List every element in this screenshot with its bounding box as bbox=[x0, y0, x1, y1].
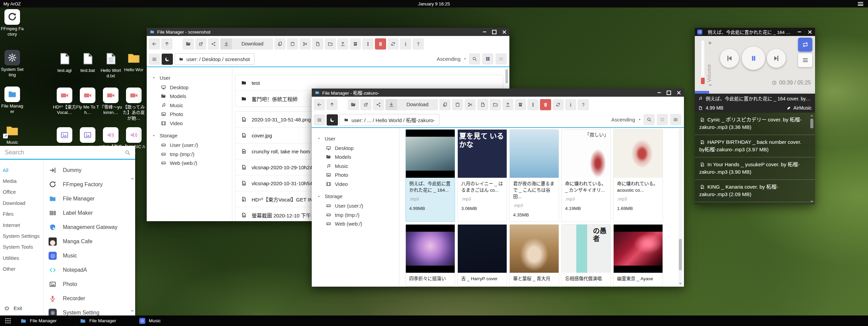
app-item-dummy[interactable]: Dummy bbox=[44, 163, 135, 177]
app-item-manga-cafe[interactable]: Manga Cafe bbox=[44, 234, 135, 249]
rename-button[interactable] bbox=[362, 38, 374, 50]
minimize-button[interactable] bbox=[483, 32, 486, 32]
sidebar-item-music[interactable]: Music bbox=[317, 161, 399, 171]
app-item-notepada[interactable]: NotepadA bbox=[44, 263, 135, 277]
list-view-button[interactable] bbox=[670, 114, 681, 125]
search-button[interactable] bbox=[469, 53, 480, 64]
new-folder-button[interactable] bbox=[490, 99, 501, 110]
category-other[interactable]: Other bbox=[0, 264, 43, 274]
scrollbar-thumb[interactable] bbox=[505, 69, 508, 83]
minimize-button[interactable] bbox=[798, 32, 801, 32]
window-title-bar[interactable]: File Manager - screenshot bbox=[147, 28, 509, 36]
desktop-icon-file-manager[interactable]: File Manager bbox=[0, 87, 24, 115]
desktop-icon-music[interactable]: ↗ Music bbox=[0, 123, 24, 145]
new-file-button[interactable] bbox=[312, 38, 323, 50]
scroll-down-icon[interactable] bbox=[130, 309, 134, 313]
app-item-file-manager[interactable]: File Manager bbox=[44, 192, 135, 206]
app-item-photo[interactable]: Photo bbox=[44, 277, 135, 291]
category-office[interactable]: Office bbox=[0, 187, 43, 197]
desktop-folder-hello-wor[interactable]: Hello Wor bbox=[122, 51, 146, 73]
category-internet[interactable]: Internet bbox=[0, 219, 43, 230]
app-item-label-maker[interactable]: Label Maker bbox=[44, 206, 135, 220]
volume-slider[interactable] bbox=[701, 40, 705, 85]
taskbar-item-file-manager-1[interactable]: File Manager bbox=[20, 318, 57, 324]
repeat-button[interactable] bbox=[798, 38, 812, 52]
copy-button[interactable] bbox=[439, 99, 451, 110]
close-button[interactable] bbox=[502, 30, 506, 34]
sidebar-item-tmp-drive[interactable]: tmp (tmp:/) bbox=[317, 210, 399, 219]
grid-tile-selected[interactable]: 例えば、今此処に置かれた花に _ 164... .mp3 4.99MB bbox=[405, 129, 455, 222]
open-external-button[interactable] bbox=[360, 99, 372, 110]
properties-button[interactable] bbox=[400, 38, 411, 50]
app-launcher-button[interactable] bbox=[4, 317, 12, 324]
grid-tile[interactable]: 華と葉桜 _ 青大月 bbox=[509, 224, 559, 287]
app-item-ffmpeg-factory[interactable]: FFmpeg Factory bbox=[44, 177, 135, 192]
delete-button[interactable] bbox=[540, 99, 551, 110]
delete-button[interactable] bbox=[375, 38, 386, 50]
scroll-up-icon[interactable] bbox=[130, 177, 134, 181]
new-folder-button[interactable] bbox=[325, 38, 336, 50]
desktop-file-hello-world-txt[interactable]: Hello World.txt bbox=[99, 51, 123, 79]
playlist-item[interactable]: HAPPY BIRTHDAY _ back number cover. by柘榴… bbox=[695, 135, 815, 157]
close-button[interactable] bbox=[808, 30, 812, 34]
desktop-icon-ffmpeg-factory[interactable]: FFmpeg Factory bbox=[0, 9, 24, 37]
maximize-button[interactable] bbox=[667, 91, 671, 95]
sidebar-item-desktop[interactable]: Desktop bbox=[152, 83, 232, 92]
sidebar-item-user-drive[interactable]: User (user:/) bbox=[152, 141, 232, 150]
scroll-up-icon[interactable] bbox=[810, 114, 814, 118]
refresh-button[interactable] bbox=[387, 38, 399, 50]
playlist-item[interactable]: KING _ Kanaria cover. by 柘榴-zakuro-.mp3 … bbox=[695, 180, 815, 202]
next-track-button[interactable] bbox=[767, 49, 786, 68]
upload-button[interactable] bbox=[337, 38, 348, 50]
sidebar-item-models[interactable]: Models bbox=[152, 92, 232, 101]
desktop-file-video3[interactable]: 『雪峰～yukimin… bbox=[99, 88, 123, 116]
sort-order-label[interactable]: Ascending bbox=[611, 117, 635, 122]
rename-button[interactable] bbox=[527, 99, 539, 110]
sidebar-item-user-drive[interactable]: User (user:/) bbox=[317, 202, 399, 211]
app-item-management-gateway[interactable]: Management Gateway bbox=[44, 220, 135, 234]
sidebar-toggle-button[interactable] bbox=[314, 114, 325, 126]
upload-button[interactable] bbox=[502, 99, 513, 110]
search-input[interactable] bbox=[0, 149, 125, 156]
dark-mode-button[interactable] bbox=[327, 114, 338, 126]
taskbar-item-music[interactable]: Music bbox=[139, 318, 161, 324]
grid-tile[interactable]: 吉 _ HarryP cover bbox=[457, 224, 507, 287]
help-button[interactable] bbox=[413, 38, 424, 50]
sidebar-item-music[interactable]: Music bbox=[152, 101, 232, 110]
tree-section-storage[interactable]: Storage bbox=[317, 191, 399, 202]
share-button[interactable] bbox=[373, 99, 384, 110]
help-button[interactable] bbox=[578, 99, 589, 110]
up-button[interactable] bbox=[161, 38, 173, 50]
grid-tile[interactable]: の愚者 忘相感傷代償演唱 bbox=[561, 224, 611, 287]
tree-section-storage[interactable]: Storage bbox=[152, 131, 232, 141]
hamburger-menu-icon[interactable] bbox=[858, 2, 863, 7]
desktop-file-video2[interactable]: Fly Me To Th… bbox=[76, 88, 100, 116]
chevron-down-icon[interactable] bbox=[463, 57, 467, 61]
sidebar-item-video[interactable]: Video bbox=[317, 179, 399, 189]
sidebar-item-web-drive[interactable]: Web (web:/) bbox=[317, 219, 399, 229]
app-list-scrollbar[interactable] bbox=[130, 176, 134, 313]
download-button[interactable]: Download bbox=[385, 99, 438, 110]
open-external-button[interactable] bbox=[195, 38, 206, 50]
sidebar-item-photo[interactable]: Photo bbox=[152, 110, 232, 119]
archive-button[interactable] bbox=[515, 99, 526, 110]
sort-order-label[interactable]: Ascending bbox=[437, 56, 460, 62]
breadcrumb[interactable]: user: / ... / Hello World / 柘榴-zakuro- bbox=[340, 114, 439, 126]
previous-track-button[interactable] bbox=[720, 49, 739, 68]
cut-button[interactable] bbox=[465, 99, 476, 110]
open-button[interactable] bbox=[183, 38, 194, 50]
download-button[interactable]: Download bbox=[220, 38, 273, 50]
sidebar-item-photo[interactable]: Photo bbox=[317, 171, 399, 180]
properties-button[interactable] bbox=[565, 99, 576, 110]
airmusic-label[interactable]: AirMusic bbox=[793, 105, 812, 111]
scroll-down-icon[interactable] bbox=[679, 282, 682, 285]
category-system-settings[interactable]: System Settings bbox=[0, 230, 43, 241]
sidebar-item-models[interactable]: Models bbox=[317, 153, 399, 162]
grid-tile[interactable]: 「寂しい」 命に嫌われている。 _ カンザキイオリ... .mp3 4.19MB bbox=[561, 129, 611, 222]
app-item-recorder[interactable]: Recorder bbox=[44, 291, 135, 306]
category-download[interactable]: Download bbox=[0, 197, 43, 208]
category-system-tools[interactable]: System Tools bbox=[0, 242, 43, 252]
tree-section-user[interactable]: User bbox=[152, 73, 232, 83]
back-button[interactable] bbox=[314, 99, 325, 110]
archive-button[interactable] bbox=[350, 38, 361, 50]
